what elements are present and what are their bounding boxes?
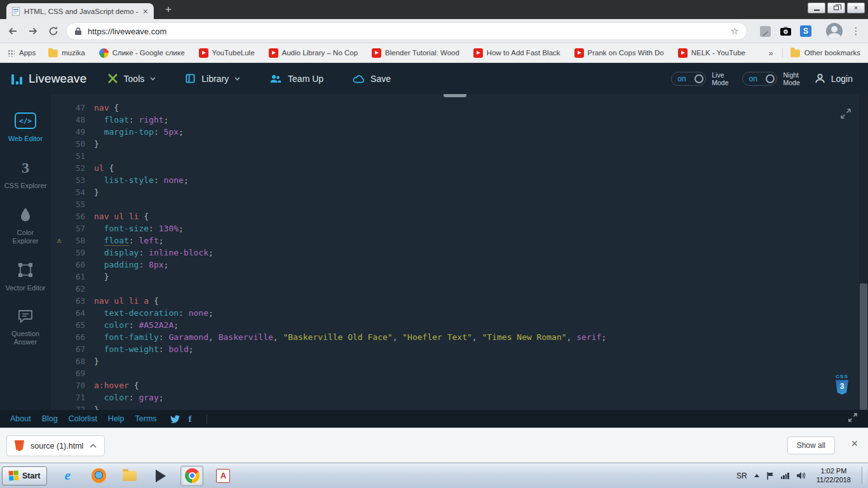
menu-team-up[interactable]: Team Up [269, 74, 323, 84]
extension-icon-1[interactable] [757, 24, 773, 39]
code-line[interactable]: 57 font-size: 130%; [51, 222, 859, 234]
restore-button[interactable] [827, 3, 845, 13]
scrollbar-thumb[interactable] [860, 283, 867, 410]
bookmark-item[interactable]: muzika [48, 48, 85, 57]
facebook-icon[interactable]: f [189, 414, 192, 424]
download-item[interactable]: source (1).html [6, 435, 105, 456]
bookmark-item[interactable]: Слике - Google слике [99, 48, 185, 58]
action-center-flag-icon[interactable] [766, 471, 774, 480]
bookmark-item[interactable]: How to Add Fast Black [473, 48, 560, 58]
code-line[interactable]: ⚠58 float: left; [51, 234, 859, 247]
footer-link-colorlist[interactable]: Colorlist [69, 414, 97, 423]
code-line[interactable]: 53 list-style: none; [51, 174, 859, 186]
bookmark-item[interactable]: Blender Tutorial: Wood [372, 48, 459, 58]
extension-icon-3[interactable]: S [798, 24, 813, 39]
apps-shortcut[interactable]: Apps [8, 49, 36, 57]
code-line[interactable]: 60 padding: 8px; [51, 259, 859, 271]
network-signal-icon[interactable] [781, 473, 789, 479]
sidebar-item-color-explorer[interactable]: Color Explorer [0, 198, 51, 254]
night-mode-toggle[interactable]: on NightMode [742, 71, 799, 86]
extension-icon-2[interactable] [778, 24, 793, 39]
bookmark-item[interactable]: Audio Library – No Cop [269, 48, 358, 58]
bookmarks-overflow-chevron[interactable]: » [769, 48, 773, 58]
bookmark-item[interactable]: Prank on Cops With Do [574, 48, 664, 58]
css-code-editor[interactable]: 47nav {48 float: right;49 margin-top: 5p… [51, 94, 868, 410]
taskbar-media-player[interactable] [149, 466, 172, 486]
sidebar-item-vector-editor[interactable]: Vector Editor [0, 254, 51, 301]
code-line[interactable]: 70a:hover { [51, 379, 859, 391]
back-button[interactable] [5, 24, 20, 39]
taskbar-adobe-app[interactable]: A [212, 466, 234, 486]
code-line[interactable]: 50} [51, 138, 859, 150]
browser-tab[interactable]: HTML, CSS and JavaScript demo - Li × [6, 3, 154, 19]
taskbar-chrome-active[interactable] [180, 466, 203, 486]
bookmark-item[interactable]: NELK - YouTube [678, 48, 745, 58]
minimize-button[interactable] [808, 3, 825, 13]
code-line[interactable]: 63nav ul li a { [51, 295, 859, 307]
volume-icon[interactable] [796, 471, 806, 480]
taskbar-firefox[interactable] [87, 466, 110, 486]
code-line[interactable]: 47nav { [51, 102, 859, 114]
code-line[interactable]: 55 [51, 198, 859, 210]
taskbar-file-explorer[interactable] [118, 466, 141, 486]
code-line[interactable]: 62 [51, 283, 859, 295]
other-bookmarks[interactable]: Other bookmarks [790, 48, 860, 57]
sidebar-item-question-answer[interactable]: Question Answer [0, 301, 51, 355]
hidden-icons-chevron[interactable] [754, 474, 759, 477]
profile-avatar[interactable] [826, 23, 843, 39]
night-mode-switch[interactable]: on [742, 72, 777, 86]
tab-close-icon[interactable]: × [143, 7, 148, 16]
live-mode-toggle[interactable]: on LiveMode [671, 71, 728, 86]
code-line[interactable]: 51 [51, 150, 859, 162]
close-shelf-icon[interactable]: × [851, 438, 858, 449]
forward-button[interactable] [25, 24, 41, 39]
bookmark-item[interactable]: YouTubeLule [199, 48, 255, 58]
sidebar-item-web-editor[interactable]: </> Web Editor [0, 104, 51, 151]
code-line[interactable]: 69 [51, 367, 859, 379]
browser-menu-button[interactable]: ⋮ [850, 24, 862, 38]
bookmark-star-icon[interactable]: ☆ [731, 25, 739, 37]
code-line[interactable]: 71 color: gray; [51, 391, 859, 403]
collapse-panel-icon[interactable] [840, 108, 851, 119]
show-desktop-button[interactable] [862, 467, 867, 484]
show-all-downloads-button[interactable]: Show all [787, 437, 835, 454]
footer-link-about[interactable]: About [10, 414, 31, 423]
footer-link-terms[interactable]: Terms [135, 414, 157, 423]
twitter-icon[interactable] [170, 415, 180, 423]
taskbar-clock[interactable]: 1:02 PM 11/22/2018 [813, 467, 855, 484]
code-line[interactable]: 68} [51, 355, 859, 367]
liveweave-logo[interactable]: Liveweave [0, 72, 87, 86]
footer-link-help[interactable]: Help [108, 414, 125, 423]
code-line[interactable]: 54} [51, 186, 859, 198]
start-button[interactable]: Start [2, 466, 47, 485]
menu-save[interactable]: Save [353, 74, 391, 84]
login-button[interactable]: Login [814, 72, 853, 85]
new-tab-button[interactable]: + [160, 2, 177, 17]
panel-resize-handle[interactable] [444, 94, 466, 97]
editor-scrollbar[interactable] [859, 94, 868, 410]
close-window-button[interactable]: × [847, 3, 865, 13]
fullscreen-icon[interactable] [848, 412, 858, 425]
footer-link-blog[interactable]: Blog [42, 414, 58, 423]
warning-icon: ⚠ [51, 234, 67, 247]
code-line[interactable]: 49 margin-top: 5px; [51, 126, 859, 138]
code-line[interactable]: 61 } [51, 271, 859, 283]
code-line[interactable]: 67 font-weight: bold; [51, 343, 859, 355]
download-caret-icon[interactable] [90, 444, 97, 448]
code-line[interactable]: 59 display: inline-block; [51, 247, 859, 259]
code-line[interactable]: 52ul { [51, 162, 859, 174]
menu-library[interactable]: Library [185, 73, 240, 84]
reload-button[interactable] [46, 24, 61, 39]
sidebar-item-css-explorer[interactable]: 3 CSS Explorer [0, 151, 51, 198]
live-mode-switch[interactable]: on [671, 72, 706, 86]
code-line[interactable]: 66 font-family: Garamond, Baskerville, "… [51, 331, 859, 343]
code-line[interactable]: 48 float: right; [51, 114, 859, 126]
code-line[interactable]: 64 text-decoration: none; [51, 307, 859, 319]
code-line[interactable]: 56nav ul li { [51, 210, 859, 222]
address-bar[interactable]: https://liveweave.com ☆ [66, 22, 747, 40]
menu-tools[interactable]: Tools [107, 73, 156, 84]
taskbar-internet-explorer[interactable]: e [56, 466, 79, 486]
code-line[interactable]: 65 color: #A52A2A; [51, 319, 859, 331]
language-indicator[interactable]: SR [736, 471, 747, 480]
code-line[interactable]: 72} [51, 403, 859, 410]
